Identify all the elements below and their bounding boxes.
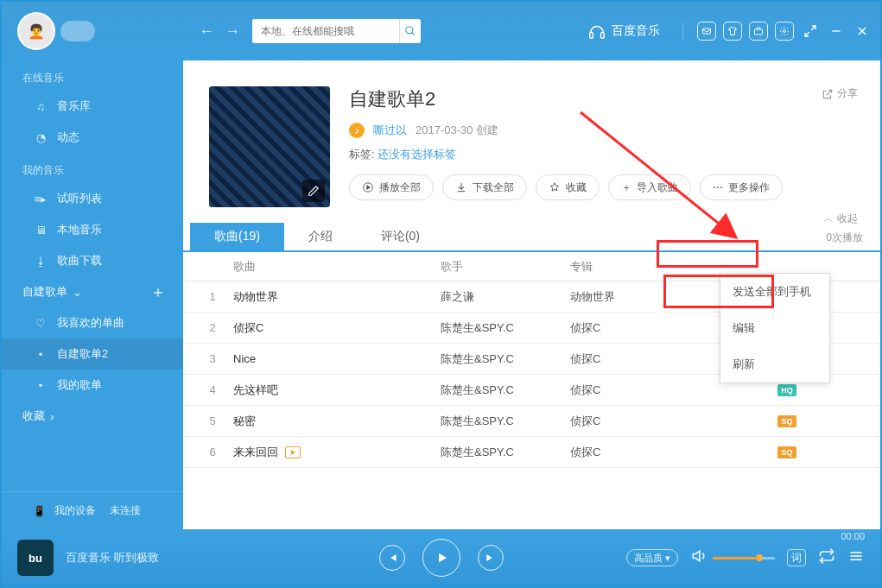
favorite-button[interactable]: 收藏 — [536, 174, 600, 200]
row-song: 先这样吧 — [233, 383, 441, 398]
sidebar-group-mine: 我的音乐 — [2, 153, 183, 183]
sidebar-item-local[interactable]: 🖥本地音乐 — [2, 214, 183, 245]
share-button[interactable]: 分享 — [822, 86, 858, 101]
row-index: 4 — [192, 383, 233, 396]
more-actions-button[interactable]: ⋯更多操作 — [700, 174, 783, 200]
tag-label: 标签: — [349, 148, 375, 161]
close-icon[interactable] — [853, 22, 872, 41]
row-artist: 陈楚生&SPY.C — [441, 351, 570, 367]
row-artist: 陈楚生&SPY.C — [441, 414, 570, 429]
monitor-icon: 🖥 — [33, 224, 48, 237]
col-album[interactable]: 专辑 — [570, 259, 777, 275]
prev-button[interactable] — [379, 545, 405, 571]
sidebar-item-listen[interactable]: ≡▸试听列表 — [2, 183, 183, 214]
sidebar-item-music-lib[interactable]: ♫音乐库 — [2, 91, 183, 122]
main-content: 分享 自建歌单2 ♪ 嘶过以 2017-03-30 创建 — [183, 60, 880, 529]
settings-icon[interactable] — [775, 22, 794, 41]
menu-send-to-phone[interactable]: 发送全部到手机 — [720, 274, 829, 310]
sidebar-item-fav-songs[interactable]: ♡我喜欢的单曲 — [2, 307, 183, 338]
play-count: 0次播放 — [826, 231, 863, 245]
search-box — [252, 19, 421, 43]
toolbox-icon[interactable] — [749, 22, 768, 41]
playlist-header: 分享 自建歌单2 ♪ 嘶过以 2017-03-30 创建 — [183, 60, 880, 223]
svg-rect-3 — [601, 33, 605, 38]
tag-link[interactable]: 还没有选择标签 — [378, 148, 456, 161]
bullet-icon: • — [33, 348, 48, 361]
user-pill[interactable] — [60, 21, 95, 41]
row-album: 侦探C — [570, 383, 777, 398]
sidebar-device-status[interactable]: 📱 我的设备 未连接 — [2, 491, 183, 529]
chevron-down-icon: ▾ — [665, 553, 670, 564]
col-song[interactable]: 歌曲 — [233, 259, 441, 275]
row-song: Nice — [233, 352, 441, 365]
play-all-button[interactable]: 播放全部 — [349, 174, 434, 200]
player-bar: 00:00 百度音乐 听到极致 高品质▾ 词 — [2, 529, 880, 586]
music-note-icon: ♫ — [33, 100, 48, 113]
add-playlist-button[interactable]: ＋ — [150, 281, 166, 302]
tab-songs[interactable]: 歌曲(19) — [190, 223, 284, 250]
download-icon: ⭳ — [33, 255, 48, 268]
search-button[interactable] — [399, 19, 421, 43]
minimize-icon[interactable] — [827, 22, 846, 41]
list-play-icon: ≡▸ — [33, 193, 48, 205]
playlist-created: 2017-03-30 创建 — [416, 123, 498, 138]
row-song: 秘密 — [233, 414, 441, 429]
playlist-author[interactable]: 嘶过以 — [373, 123, 407, 138]
quality-badge: HQ — [777, 384, 796, 396]
sidebar-group-custom[interactable]: 自建歌单⌄ ＋ — [2, 276, 183, 307]
next-button[interactable] — [478, 545, 504, 571]
brand-logo[interactable]: 百度音乐 — [587, 22, 660, 41]
svg-point-0 — [406, 27, 413, 34]
topbar: 🧑‍🦱 ← → 百度音乐 — [2, 2, 880, 60]
row-song: 来来回回 — [233, 445, 441, 460]
bullet-icon: • — [33, 379, 48, 392]
row-index: 5 — [192, 414, 233, 427]
avatar[interactable]: 🧑‍🦱 — [17, 12, 55, 50]
table-row[interactable]: 6来来回回陈楚生&SPY.C侦探CSQ — [183, 437, 880, 468]
mini-mode-icon[interactable] — [801, 22, 820, 41]
svg-rect-4 — [703, 28, 711, 34]
table-row[interactable]: 5秘密陈楚生&SPY.C侦探CSQ — [183, 406, 880, 437]
row-album: 侦探C — [570, 414, 777, 429]
row-artist: 陈楚生&SPY.C — [441, 445, 570, 460]
activity-icon: ◔ — [33, 131, 48, 144]
svg-point-6 — [784, 30, 786, 33]
row-index: 1 — [192, 290, 233, 303]
loop-button[interactable] — [818, 547, 835, 568]
playlist-button[interactable] — [847, 547, 865, 568]
playlist-cover — [209, 86, 330, 207]
import-songs-button[interactable]: ＋导入歌曲 — [608, 174, 691, 200]
mv-icon[interactable] — [285, 446, 301, 458]
sidebar-item-my-playlist[interactable]: •我的歌单 — [2, 370, 183, 401]
more-menu: 发送全部到手机 编辑 刷新 — [720, 273, 830, 383]
play-button[interactable] — [422, 539, 460, 577]
search-input[interactable] — [252, 19, 399, 43]
volume-icon[interactable] — [690, 547, 708, 568]
volume-slider[interactable] — [713, 557, 775, 560]
phone-icon: 📱 — [33, 505, 46, 517]
tab-comments[interactable]: 评论(0) — [357, 223, 444, 250]
mail-icon[interactable] — [697, 22, 716, 41]
player-time: 00:00 — [841, 531, 865, 541]
tab-intro[interactable]: 介绍 — [284, 223, 357, 250]
lyric-button[interactable]: 词 — [787, 549, 806, 566]
chevron-right-icon: › — [50, 410, 54, 423]
col-artist[interactable]: 歌手 — [441, 259, 570, 275]
player-brand-text: 百度音乐 听到极致 — [66, 551, 159, 566]
quality-badge: SQ — [777, 446, 796, 458]
edit-cover-button[interactable] — [302, 180, 325, 202]
nav-back[interactable]: ← — [199, 22, 214, 41]
heart-icon: ♡ — [33, 317, 48, 330]
download-all-button[interactable]: 下载全部 — [442, 174, 527, 200]
shirt-icon[interactable] — [723, 22, 742, 41]
sidebar-group-fav[interactable]: 收藏› — [2, 401, 183, 432]
menu-refresh[interactable]: 刷新 — [720, 346, 829, 383]
menu-edit[interactable]: 编辑 — [720, 310, 829, 346]
playlist-title: 自建歌单2 — [349, 86, 783, 112]
sidebar-item-feed[interactable]: ◔动态 — [2, 122, 183, 153]
quality-button[interactable]: 高品质▾ — [626, 549, 678, 566]
nav-forward[interactable]: → — [225, 22, 240, 41]
sidebar-item-download[interactable]: ⭳歌曲下载 — [2, 245, 183, 276]
sidebar-item-custom-2[interactable]: •自建歌单2 — [2, 338, 183, 370]
player-logo — [17, 540, 54, 576]
